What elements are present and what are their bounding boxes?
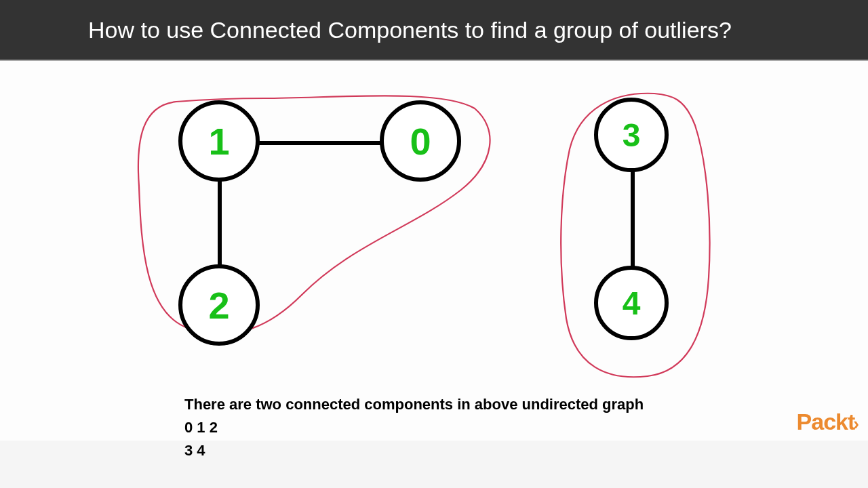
node-label: 3 — [623, 117, 641, 154]
slide-title-bar: How to use Connected Components to find … — [0, 0, 868, 61]
graph-node-0: 0 — [380, 100, 461, 182]
brand-text: Packt — [797, 409, 855, 434]
description-line-1: There are two connected components in ab… — [184, 393, 644, 416]
node-label: 4 — [623, 285, 641, 322]
node-label: 2 — [208, 283, 229, 327]
node-label: 0 — [410, 119, 431, 163]
description-block: There are two connected components in ab… — [184, 393, 644, 462]
diagram-canvas: 1 0 2 3 4 There are two connected compon… — [0, 61, 868, 441]
edge-1-2 — [218, 176, 222, 271]
graph-node-2: 2 — [178, 264, 260, 346]
description-line-3: 3 4 — [184, 439, 644, 462]
node-label: 1 — [208, 119, 229, 163]
graph-node-3: 3 — [594, 98, 669, 172]
edge-3-4 — [631, 169, 635, 271]
chevron-right-icon: › — [853, 413, 859, 434]
brand-logo: Packt› — [797, 409, 859, 435]
graph-node-1: 1 — [178, 100, 260, 182]
edge-1-0 — [254, 141, 390, 145]
description-line-2: 0 1 2 — [184, 416, 644, 439]
graph-node-4: 4 — [594, 266, 669, 340]
slide-title: How to use Connected Components to find … — [88, 17, 732, 43]
